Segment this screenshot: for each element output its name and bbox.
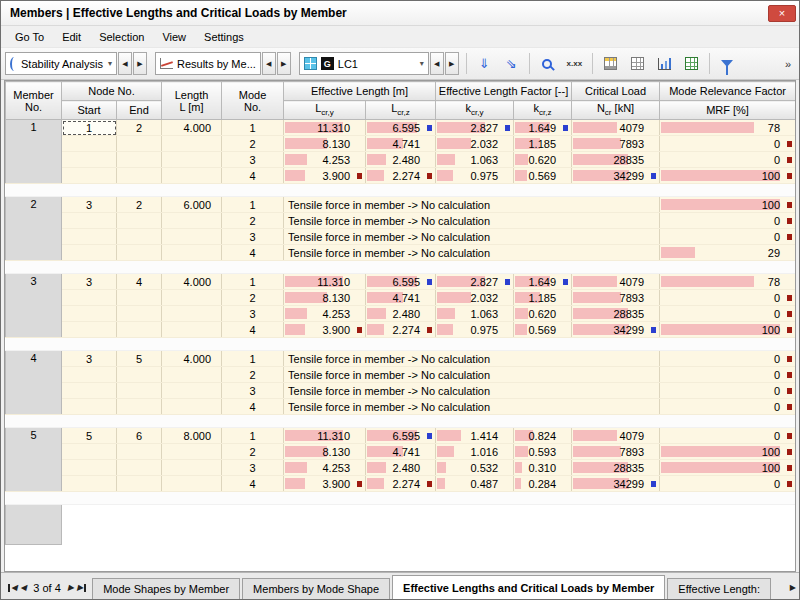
load-case-prev-button[interactable]: ◀: [430, 52, 444, 75]
length-cell[interactable]: [162, 460, 222, 476]
mode-number-cell[interactable]: 2: [222, 136, 284, 152]
tensile-message-cell[interactable]: Tensile force in member -> No calculatio…: [284, 383, 660, 399]
cell-ncr[interactable]: 34299: [572, 476, 660, 492]
node-start-cell[interactable]: 3: [62, 351, 117, 367]
cell-kcrz[interactable]: 0.569: [514, 322, 572, 338]
tensile-message-cell[interactable]: Tensile force in member -> No calculatio…: [284, 229, 660, 245]
cell-ncr[interactable]: 28835: [572, 306, 660, 322]
previous-table-button[interactable]: ◀: [20, 584, 26, 592]
cell-mrf[interactable]: 0: [660, 213, 796, 229]
node-end-cell[interactable]: 2: [117, 197, 162, 213]
node-end-cell[interactable]: [117, 168, 162, 184]
node-start-cell[interactable]: [62, 322, 117, 338]
show-values-button[interactable]: x.xx: [562, 51, 587, 76]
cell-kcrz[interactable]: 1.185: [514, 290, 572, 306]
cell-kcrz[interactable]: 1.185: [514, 136, 572, 152]
col-header-kcrz[interactable]: kcr,z: [514, 101, 572, 120]
col-header-node-end[interactable]: End: [117, 101, 162, 120]
length-cell[interactable]: 4.000: [162, 274, 222, 290]
length-cell[interactable]: [162, 399, 222, 415]
cell-ncr[interactable]: 7893: [572, 444, 660, 460]
node-end-cell[interactable]: 2: [117, 120, 162, 136]
member-number-cell[interactable]: 3: [6, 274, 62, 338]
cell-lcry[interactable]: 3.900: [284, 168, 366, 184]
cell-kcry[interactable]: 2.032: [436, 290, 514, 306]
col-header-node[interactable]: Node No.: [62, 82, 162, 101]
cell-mrf[interactable]: 100: [660, 168, 796, 184]
node-end-cell[interactable]: [117, 306, 162, 322]
cell-lcrz[interactable]: 2.480: [366, 460, 436, 476]
tab-mode-shapes-by-member[interactable]: Mode Shapes by Member: [92, 578, 240, 599]
cell-kcrz[interactable]: 0.569: [514, 168, 572, 184]
next-table-button[interactable]: ▶: [68, 584, 74, 592]
cell-ncr[interactable]: 7893: [572, 136, 660, 152]
col-header-length[interactable]: Length L [m]: [162, 82, 222, 120]
cell-lcry[interactable]: 8.130: [284, 136, 366, 152]
length-cell[interactable]: [162, 245, 222, 261]
length-cell[interactable]: 4.000: [162, 120, 222, 136]
cell-lcrz[interactable]: 6.595: [366, 274, 436, 290]
filter-button[interactable]: [715, 51, 740, 76]
mode-number-cell[interactable]: 3: [222, 460, 284, 476]
node-start-cell[interactable]: [62, 168, 117, 184]
results-by-combo[interactable]: Results by Me...: [155, 52, 261, 75]
col-header-lcrz[interactable]: Lcr,z: [366, 101, 436, 120]
node-start-cell[interactable]: [62, 476, 117, 492]
length-cell[interactable]: [162, 476, 222, 492]
node-end-cell[interactable]: [117, 213, 162, 229]
cell-lcrz[interactable]: 2.274: [366, 168, 436, 184]
cell-lcrz[interactable]: 4.741: [366, 136, 436, 152]
cell-mrf[interactable]: 0: [660, 367, 796, 383]
result-lens-button[interactable]: [535, 51, 560, 76]
last-table-button[interactable]: ▶: [77, 584, 86, 592]
cell-lcry[interactable]: 11.310: [284, 120, 366, 136]
tensile-message-cell[interactable]: Tensile force in member -> No calculatio…: [284, 213, 660, 229]
node-start-cell[interactable]: [62, 152, 117, 168]
node-end-cell[interactable]: [117, 460, 162, 476]
tensile-message-cell[interactable]: Tensile force in member -> No calculatio…: [284, 245, 660, 261]
stability-analysis-combo[interactable]: Stability Analysis ▾: [5, 52, 117, 75]
cell-mrf[interactable]: 0: [660, 351, 796, 367]
cell-kcry[interactable]: 1.016: [436, 444, 514, 460]
cell-mrf[interactable]: 0: [660, 428, 796, 444]
col-header-effective-length-factor[interactable]: Effective Length Factor [--]: [436, 82, 572, 101]
cell-ncr[interactable]: 34299: [572, 168, 660, 184]
cell-lcry[interactable]: 4.253: [284, 152, 366, 168]
node-start-cell[interactable]: [62, 460, 117, 476]
mode-number-cell[interactable]: 1: [222, 351, 284, 367]
cell-mrf[interactable]: 78: [660, 274, 796, 290]
length-cell[interactable]: [162, 136, 222, 152]
mode-number-cell[interactable]: 4: [222, 322, 284, 338]
cell-lcrz[interactable]: 2.480: [366, 306, 436, 322]
cell-mrf[interactable]: 100: [660, 197, 796, 213]
menu-edit[interactable]: Edit: [53, 28, 90, 46]
node-start-cell[interactable]: 1: [62, 120, 117, 136]
length-cell[interactable]: [162, 168, 222, 184]
cell-kcry[interactable]: 1.414: [436, 428, 514, 444]
mode-number-cell[interactable]: 1: [222, 274, 284, 290]
cell-kcrz[interactable]: 1.649: [514, 120, 572, 136]
cell-ncr[interactable]: 4079: [572, 428, 660, 444]
cell-mrf[interactable]: 29: [660, 245, 796, 261]
cell-lcry[interactable]: 3.900: [284, 322, 366, 338]
cell-kcry[interactable]: 0.487: [436, 476, 514, 492]
col-header-mrf-unit[interactable]: MRF [%]: [660, 101, 796, 120]
toolbar-overflow-chevron[interactable]: »: [781, 58, 795, 70]
cell-kcry[interactable]: 2.032: [436, 136, 514, 152]
cell-lcry[interactable]: 8.130: [284, 444, 366, 460]
cell-mrf[interactable]: 78: [660, 120, 796, 136]
cell-ncr[interactable]: 28835: [572, 460, 660, 476]
node-end-cell[interactable]: [117, 444, 162, 460]
col-header-mode[interactable]: Mode No.: [222, 82, 284, 120]
cell-kcrz[interactable]: 1.649: [514, 274, 572, 290]
tensile-message-cell[interactable]: Tensile force in member -> No calculatio…: [284, 367, 660, 383]
length-cell[interactable]: [162, 213, 222, 229]
cell-ncr[interactable]: 28835: [572, 152, 660, 168]
cell-kcry[interactable]: 2.827: [436, 274, 514, 290]
node-end-cell[interactable]: [117, 399, 162, 415]
mode-number-cell[interactable]: 3: [222, 152, 284, 168]
col-header-lcry[interactable]: Lcr,y: [284, 101, 366, 120]
cell-kcry[interactable]: 0.975: [436, 322, 514, 338]
cell-kcrz[interactable]: 0.824: [514, 428, 572, 444]
load-case-next-button[interactable]: ▶: [445, 52, 459, 75]
